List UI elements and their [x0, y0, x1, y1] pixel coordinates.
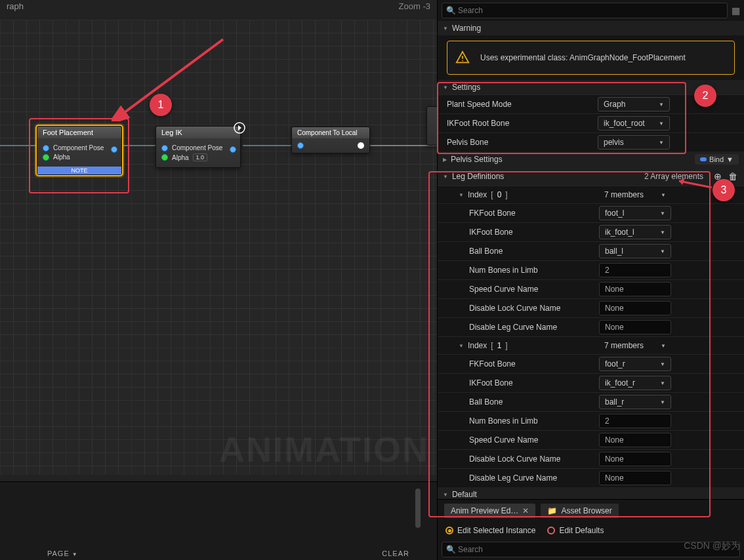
numbones-input[interactable]: 2 [599, 414, 671, 428]
prop-fkfoot-bone: FKFoot Bonefoot_l▼ [438, 203, 744, 222]
speed-input[interactable]: None [599, 433, 671, 447]
triangle-down-icon: ▼ [443, 85, 448, 90]
dlock-input[interactable]: None [599, 301, 671, 315]
annotation-3: 3 [713, 179, 735, 201]
search-box[interactable]: 🔍 [442, 3, 728, 18]
pin-alpha[interactable]: Alpha1.0 [161, 153, 235, 161]
node-partial[interactable] [426, 106, 437, 146]
pin-component-pose[interactable]: Component Pose [161, 144, 235, 151]
pelvis-dropdown[interactable]: pelvis▼ [598, 135, 670, 150]
grid-view-icon[interactable]: ▦ [732, 5, 740, 16]
graph-watermark: ANIMATION [219, 429, 429, 470]
plant-speed-dropdown[interactable]: Graph▼ [598, 97, 670, 111]
members-dropdown[interactable]: 7 members▼ [599, 339, 671, 352]
search-input[interactable] [458, 6, 722, 15]
prop-ikfoot-bone: IKFoot Boneik_foot_l▼ [438, 222, 744, 241]
node-title: Leg IK [156, 127, 240, 138]
folder-icon: 📁 [547, 506, 557, 515]
fkfoot-dropdown[interactable]: foot_l▼ [599, 206, 671, 220]
warning-text: Uses experimental class: AnimGraphNode_F… [480, 53, 686, 62]
chevron-down-icon: ▼ [659, 102, 664, 108]
fast-path-icon [234, 122, 245, 134]
radio-edit-defaults[interactable]: Edit Defaults [547, 526, 604, 535]
prop-fkfoot-bone: FKFoot Bonefoot_r▼ [438, 354, 744, 373]
pin-out[interactable] [358, 142, 364, 149]
close-icon[interactable]: ✕ [522, 506, 529, 515]
prop-speed-curve: Speed Curve NameNone [438, 430, 744, 449]
page-button[interactable]: PAGE▼ [39, 547, 86, 560]
csdn-watermark: CSDN @妙为 [684, 540, 740, 552]
search-icon: 🔍 [446, 545, 456, 554]
ikfoot-dropdown[interactable]: ik_foot_r▼ [599, 376, 671, 390]
speed-input[interactable]: None [599, 282, 671, 296]
dleg-input[interactable]: None [599, 471, 671, 485]
node-foot-placement[interactable]: Foot Placement Component Pose Alpha NOTE [37, 126, 122, 175]
leg-index-row[interactable]: ▼Index [ 1 ] 7 members▼ [438, 336, 744, 354]
section-default[interactable]: ▼Default [438, 487, 744, 499]
chevron-down-icon: ▼ [660, 249, 665, 254]
scrollbar-vertical[interactable] [415, 489, 421, 528]
search-icon: 🔍 [446, 6, 456, 15]
triangle-down-icon: ▼ [443, 26, 448, 31]
prop-num-bones: Num Bones in Limb2 [438, 260, 744, 279]
fkfoot-dropdown[interactable]: foot_r▼ [599, 357, 671, 371]
tab-asset-browser[interactable]: 📁Asset Browser [541, 504, 618, 518]
numbones-input[interactable]: 2 [599, 263, 671, 277]
pin-component-pose[interactable]: Component Pose [43, 144, 116, 151]
node-leg-ik[interactable]: Leg IK Component Pose Alpha1.0 [155, 126, 241, 168]
ikfoot-dropdown[interactable]: ik_foot_l▼ [599, 225, 671, 239]
chevron-down-icon: ▼ [660, 380, 665, 386]
triangle-down-icon: ▼ [459, 343, 464, 349]
warning-box: Uses experimental class: AnimGraphNode_F… [447, 41, 735, 75]
chevron-down-icon: ▼ [661, 343, 666, 349]
prop-ikfoot-bone: IKFoot Boneik_foot_r▼ [438, 373, 744, 392]
svg-point-3 [462, 60, 463, 62]
details-panel: 🔍 ▦ ▼Warning Uses experimental class: An… [437, 0, 744, 560]
triangle-down-icon: ▼ [443, 492, 448, 498]
prop-pelvis-bone: Pelvis Bone pelvis▼ [438, 132, 744, 151]
section-pelvis-settings[interactable]: ▶Pelvis Settings Bind▼ [438, 151, 744, 167]
pin-in[interactable] [297, 142, 304, 149]
tab-anim-preview[interactable]: Anim Preview Ed…✕ [444, 504, 535, 518]
svg-line-1 [121, 39, 223, 115]
chevron-down-icon: ▼ [660, 361, 665, 367]
prop-speed-curve: Speed Curve NameNone [438, 279, 744, 298]
pin-alpha[interactable]: Alpha [43, 153, 116, 161]
annotation-2: 2 [694, 85, 716, 107]
chevron-down-icon: ▼ [660, 399, 665, 405]
graph-panel[interactable]: raph Zoom -3 ANIMATION Foot Placement Co… [0, 0, 437, 560]
ball-dropdown[interactable]: ball_l▼ [599, 244, 671, 258]
prop-ikfoot-root-bone: IKFoot Root Bone ik_foot_root▼ [438, 113, 744, 132]
radio-edit-selected[interactable]: Edit Selected Instance [445, 526, 535, 535]
node-note: NOTE [37, 167, 121, 174]
chevron-down-icon: ▼ [659, 121, 664, 127]
annotation-1: 1 [150, 94, 172, 116]
node-component-to-local[interactable]: Component To Local [291, 127, 370, 153]
warning-icon [455, 50, 470, 65]
dleg-input[interactable]: None [599, 320, 671, 334]
bind-button[interactable]: Bind▼ [695, 154, 739, 165]
graph-title: raph [7, 1, 24, 11]
clear-button[interactable]: CLEAR [374, 547, 417, 560]
prop-ball-bone: Ball Boneball_r▼ [438, 392, 744, 411]
svg-line-4 [679, 181, 712, 188]
dlock-input[interactable]: None [599, 452, 671, 466]
prop-ball-bone: Ball Boneball_l▼ [438, 241, 744, 260]
prop-disable-leg-curve: Disable Leg Curve NameNone [438, 468, 744, 487]
node-title: Component To Local [292, 127, 369, 138]
section-warning[interactable]: ▼Warning [438, 21, 744, 35]
prop-disable-lock-curve: Disable Lock Curve NameNone [438, 298, 744, 317]
chevron-down-icon: ▼ [72, 551, 78, 557]
chevron-down-icon: ▼ [659, 140, 664, 146]
triangle-down-icon: ▼ [443, 174, 448, 180]
prop-disable-leg-curve: Disable Leg Curve NameNone [438, 317, 744, 336]
alpha-value-input[interactable]: 1.0 [193, 153, 208, 161]
ik-root-dropdown[interactable]: ik_foot_root▼ [598, 116, 670, 130]
triangle-right-icon: ▶ [443, 157, 447, 163]
node-title: Foot Placement [37, 127, 121, 138]
chevron-down-icon: ▼ [660, 230, 665, 235]
triangle-down-icon: ▼ [459, 192, 464, 198]
chevron-down-icon: ▼ [660, 210, 665, 216]
chevron-down-icon: ▼ [726, 155, 734, 163]
ball-dropdown[interactable]: ball_r▼ [599, 395, 671, 409]
